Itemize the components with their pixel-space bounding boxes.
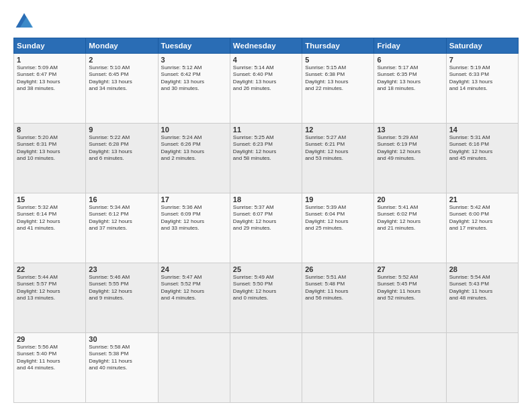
calendar-day-2: 2Sunrise: 5:10 AM Sunset: 6:45 PM Daylig… [86,54,158,124]
day-content: Sunrise: 5:22 AM Sunset: 6:28 PM Dayligh… [89,134,154,163]
day-content: Sunrise: 5:20 AM Sunset: 6:31 PM Dayligh… [17,134,83,163]
day-number: 30 [89,335,154,343]
header-tuesday: Tuesday [158,38,230,54]
calendar-day-21: 21Sunrise: 5:42 AM Sunset: 6:00 PM Dayli… [446,193,518,263]
day-number: 1 [17,56,83,64]
calendar-day-28: 28Sunrise: 5:54 AM Sunset: 5:43 PM Dayli… [446,263,518,333]
calendar-week-3: 15Sunrise: 5:32 AM Sunset: 6:14 PM Dayli… [14,193,519,263]
calendar-day-1: 1Sunrise: 5:09 AM Sunset: 6:47 PM Daylig… [14,54,86,124]
empty-cell [446,333,518,403]
calendar-day-19: 19Sunrise: 5:39 AM Sunset: 6:04 PM Dayli… [302,193,374,263]
day-number: 12 [305,126,371,134]
day-content: Sunrise: 5:42 AM Sunset: 6:00 PM Dayligh… [449,204,515,232]
empty-cell [230,333,302,403]
logo-icon [13,11,35,32]
header [13,11,519,32]
calendar-day-20: 20Sunrise: 5:41 AM Sunset: 6:02 PM Dayli… [374,193,446,263]
calendar-day-26: 26Sunrise: 5:51 AM Sunset: 5:48 PM Dayli… [302,263,374,333]
calendar-day-24: 24Sunrise: 5:47 AM Sunset: 5:52 PM Dayli… [158,263,230,333]
day-number: 27 [377,265,443,273]
day-number: 26 [305,265,371,273]
day-content: Sunrise: 5:34 AM Sunset: 6:12 PM Dayligh… [89,204,154,232]
day-number: 22 [17,265,83,273]
day-number: 11 [233,126,299,134]
day-number: 23 [89,265,154,273]
calendar-day-6: 6Sunrise: 5:17 AM Sunset: 6:35 PM Daylig… [374,54,446,124]
calendar-day-11: 11Sunrise: 5:25 AM Sunset: 6:23 PM Dayli… [230,124,302,193]
day-number: 14 [449,126,515,134]
day-content: Sunrise: 5:58 AM Sunset: 5:38 PM Dayligh… [89,344,154,372]
day-content: Sunrise: 5:14 AM Sunset: 6:40 PM Dayligh… [233,64,299,93]
header-thursday: Thursday [302,38,374,54]
day-content: Sunrise: 5:49 AM Sunset: 5:50 PM Dayligh… [233,274,299,302]
calendar-day-7: 7Sunrise: 5:19 AM Sunset: 6:33 PM Daylig… [446,54,518,124]
day-content: Sunrise: 5:54 AM Sunset: 5:43 PM Dayligh… [449,274,515,302]
empty-cell [158,333,230,403]
day-number: 15 [17,195,83,203]
day-number: 8 [17,126,83,134]
calendar-week-5: 29Sunrise: 5:56 AM Sunset: 5:40 PM Dayli… [14,333,519,403]
day-number: 7 [449,56,515,64]
header-saturday: Saturday [446,38,518,54]
calendar-week-2: 8Sunrise: 5:20 AM Sunset: 6:31 PM Daylig… [14,124,519,193]
logo [13,11,38,32]
calendar-table: Sunday Monday Tuesday Wednesday Thursday… [13,38,519,403]
calendar-day-8: 8Sunrise: 5:20 AM Sunset: 6:31 PM Daylig… [14,124,86,193]
day-content: Sunrise: 5:10 AM Sunset: 6:45 PM Dayligh… [89,64,154,93]
day-number: 16 [89,195,154,203]
calendar-day-25: 25Sunrise: 5:49 AM Sunset: 5:50 PM Dayli… [230,263,302,333]
day-content: Sunrise: 5:39 AM Sunset: 6:04 PM Dayligh… [305,204,371,232]
empty-cell [374,333,446,403]
day-content: Sunrise: 5:51 AM Sunset: 5:48 PM Dayligh… [305,274,371,302]
weekday-header-row: Sunday Monday Tuesday Wednesday Thursday… [14,38,519,54]
calendar-day-4: 4Sunrise: 5:14 AM Sunset: 6:40 PM Daylig… [230,54,302,124]
header-sunday: Sunday [14,38,86,54]
calendar-day-27: 27Sunrise: 5:52 AM Sunset: 5:45 PM Dayli… [374,263,446,333]
day-content: Sunrise: 5:52 AM Sunset: 5:45 PM Dayligh… [377,274,443,302]
day-content: Sunrise: 5:41 AM Sunset: 6:02 PM Dayligh… [377,204,443,232]
calendar-day-12: 12Sunrise: 5:27 AM Sunset: 6:21 PM Dayli… [302,124,374,193]
day-number: 2 [89,56,154,64]
calendar-day-14: 14Sunrise: 5:31 AM Sunset: 6:16 PM Dayli… [446,124,518,193]
day-content: Sunrise: 5:56 AM Sunset: 5:40 PM Dayligh… [17,344,83,372]
day-content: Sunrise: 5:44 AM Sunset: 5:57 PM Dayligh… [17,274,83,302]
header-monday: Monday [86,38,158,54]
calendar-day-18: 18Sunrise: 5:37 AM Sunset: 6:07 PM Dayli… [230,193,302,263]
calendar-week-4: 22Sunrise: 5:44 AM Sunset: 5:57 PM Dayli… [14,263,519,333]
calendar-week-1: 1Sunrise: 5:09 AM Sunset: 6:47 PM Daylig… [14,54,519,124]
day-number: 29 [17,335,83,343]
calendar-day-9: 9Sunrise: 5:22 AM Sunset: 6:28 PM Daylig… [86,124,158,193]
calendar-day-17: 17Sunrise: 5:36 AM Sunset: 6:09 PM Dayli… [158,193,230,263]
calendar-day-29: 29Sunrise: 5:56 AM Sunset: 5:40 PM Dayli… [14,333,86,403]
day-content: Sunrise: 5:15 AM Sunset: 6:38 PM Dayligh… [305,64,371,93]
header-wednesday: Wednesday [230,38,302,54]
day-content: Sunrise: 5:32 AM Sunset: 6:14 PM Dayligh… [17,204,83,232]
calendar-day-22: 22Sunrise: 5:44 AM Sunset: 5:57 PM Dayli… [14,263,86,333]
day-content: Sunrise: 5:47 AM Sunset: 5:52 PM Dayligh… [161,274,227,302]
day-number: 18 [233,195,299,203]
empty-cell [302,333,374,403]
day-content: Sunrise: 5:36 AM Sunset: 6:09 PM Dayligh… [161,204,227,232]
header-friday: Friday [374,38,446,54]
day-number: 9 [89,126,154,134]
page: Sunday Monday Tuesday Wednesday Thursday… [0,0,532,411]
day-content: Sunrise: 5:27 AM Sunset: 6:21 PM Dayligh… [305,134,371,163]
day-content: Sunrise: 5:12 AM Sunset: 6:42 PM Dayligh… [161,64,227,93]
day-content: Sunrise: 5:24 AM Sunset: 6:26 PM Dayligh… [161,134,227,163]
day-content: Sunrise: 5:17 AM Sunset: 6:35 PM Dayligh… [377,64,443,93]
day-content: Sunrise: 5:31 AM Sunset: 6:16 PM Dayligh… [449,134,515,163]
day-content: Sunrise: 5:25 AM Sunset: 6:23 PM Dayligh… [233,134,299,163]
day-number: 6 [377,56,443,64]
calendar-day-3: 3Sunrise: 5:12 AM Sunset: 6:42 PM Daylig… [158,54,230,124]
day-number: 4 [233,56,299,64]
day-content: Sunrise: 5:19 AM Sunset: 6:33 PM Dayligh… [449,64,515,93]
day-number: 17 [161,195,227,203]
day-content: Sunrise: 5:46 AM Sunset: 5:55 PM Dayligh… [89,274,154,302]
calendar-day-10: 10Sunrise: 5:24 AM Sunset: 6:26 PM Dayli… [158,124,230,193]
day-number: 10 [161,126,227,134]
day-content: Sunrise: 5:37 AM Sunset: 6:07 PM Dayligh… [233,204,299,232]
day-number: 21 [449,195,515,203]
calendar-day-13: 13Sunrise: 5:29 AM Sunset: 6:19 PM Dayli… [374,124,446,193]
day-content: Sunrise: 5:29 AM Sunset: 6:19 PM Dayligh… [377,134,443,163]
calendar-day-16: 16Sunrise: 5:34 AM Sunset: 6:12 PM Dayli… [86,193,158,263]
